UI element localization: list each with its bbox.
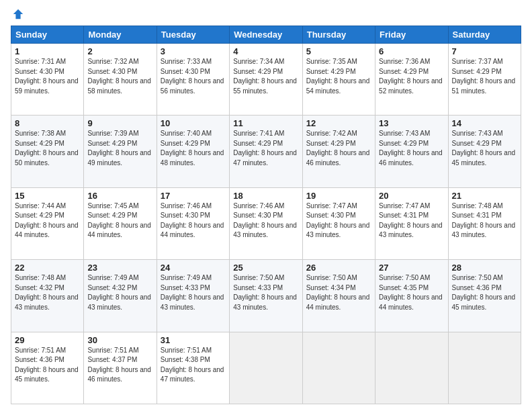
calendar-weekday-header: Friday <box>375 26 448 44</box>
calendar-cell: 18Sunrise: 7:46 AMSunset: 4:30 PMDayligh… <box>230 187 302 259</box>
day-number: 13 <box>379 118 444 128</box>
day-number: 26 <box>306 263 371 273</box>
calendar-week-row: 29Sunrise: 7:51 AMSunset: 4:36 PMDayligh… <box>11 332 521 404</box>
calendar-week-row: 15Sunrise: 7:44 AMSunset: 4:29 PMDayligh… <box>11 187 521 259</box>
calendar-cell <box>230 332 302 404</box>
calendar-cell: 1Sunrise: 7:31 AMSunset: 4:30 PMDaylight… <box>11 44 84 116</box>
day-number: 28 <box>452 263 517 273</box>
cell-sun-info: Sunrise: 7:42 AMSunset: 4:29 PMDaylight:… <box>306 130 370 167</box>
calendar-cell <box>448 332 521 404</box>
day-number: 6 <box>379 46 444 56</box>
cell-sun-info: Sunrise: 7:48 AMSunset: 4:32 PMDaylight:… <box>15 274 79 311</box>
cell-sun-info: Sunrise: 7:31 AMSunset: 4:30 PMDaylight:… <box>15 58 79 95</box>
cell-sun-info: Sunrise: 7:49 AMSunset: 4:32 PMDaylight:… <box>87 274 151 311</box>
calendar-cell: 9Sunrise: 7:39 AMSunset: 4:29 PMDaylight… <box>84 116 157 187</box>
cell-sun-info: Sunrise: 7:46 AMSunset: 4:30 PMDaylight:… <box>233 202 297 239</box>
logo-icon <box>12 8 24 20</box>
cell-sun-info: Sunrise: 7:47 AMSunset: 4:30 PMDaylight:… <box>306 202 370 239</box>
calendar-cell: 11Sunrise: 7:41 AMSunset: 4:29 PMDayligh… <box>230 116 302 187</box>
day-number: 18 <box>233 191 298 201</box>
cell-sun-info: Sunrise: 7:37 AMSunset: 4:29 PMDaylight:… <box>452 58 516 95</box>
calendar-cell: 21Sunrise: 7:48 AMSunset: 4:31 PMDayligh… <box>448 187 521 259</box>
cell-sun-info: Sunrise: 7:41 AMSunset: 4:29 PMDaylight:… <box>233 130 297 167</box>
cell-sun-info: Sunrise: 7:50 AMSunset: 4:34 PMDaylight:… <box>306 274 370 311</box>
cell-sun-info: Sunrise: 7:50 AMSunset: 4:35 PMDaylight:… <box>379 274 443 311</box>
page: SundayMondayTuesdayWednesdayThursdayFrid… <box>0 0 532 411</box>
calendar-cell: 31Sunrise: 7:51 AMSunset: 4:38 PMDayligh… <box>157 332 229 404</box>
day-number: 2 <box>87 46 152 56</box>
calendar-cell: 5Sunrise: 7:35 AMSunset: 4:29 PMDaylight… <box>302 44 375 116</box>
cell-sun-info: Sunrise: 7:51 AMSunset: 4:36 PMDaylight:… <box>15 347 79 383</box>
calendar-cell: 6Sunrise: 7:36 AMSunset: 4:29 PMDaylight… <box>375 44 448 116</box>
cell-sun-info: Sunrise: 7:35 AMSunset: 4:29 PMDaylight:… <box>306 58 370 95</box>
calendar-cell <box>302 332 375 404</box>
cell-sun-info: Sunrise: 7:43 AMSunset: 4:29 PMDaylight:… <box>379 130 443 167</box>
calendar-cell: 23Sunrise: 7:49 AMSunset: 4:32 PMDayligh… <box>84 260 157 332</box>
cell-sun-info: Sunrise: 7:38 AMSunset: 4:29 PMDaylight:… <box>15 130 79 167</box>
calendar-cell: 16Sunrise: 7:45 AMSunset: 4:29 PMDayligh… <box>84 187 157 259</box>
cell-sun-info: Sunrise: 7:44 AMSunset: 4:29 PMDaylight:… <box>15 202 79 239</box>
calendar-cell: 17Sunrise: 7:46 AMSunset: 4:30 PMDayligh… <box>157 187 229 259</box>
cell-sun-info: Sunrise: 7:49 AMSunset: 4:33 PMDaylight:… <box>161 274 224 311</box>
day-number: 23 <box>87 263 152 273</box>
calendar-weekday-header: Thursday <box>302 26 375 44</box>
day-number: 24 <box>161 263 226 273</box>
calendar-cell: 10Sunrise: 7:40 AMSunset: 4:29 PMDayligh… <box>157 116 229 187</box>
calendar-cell: 15Sunrise: 7:44 AMSunset: 4:29 PMDayligh… <box>11 187 84 259</box>
cell-sun-info: Sunrise: 7:39 AMSunset: 4:29 PMDaylight:… <box>87 130 151 167</box>
day-number: 30 <box>87 335 152 345</box>
calendar-cell: 7Sunrise: 7:37 AMSunset: 4:29 PMDaylight… <box>448 44 521 116</box>
calendar-weekday-header: Sunday <box>11 26 84 44</box>
day-number: 21 <box>452 191 517 201</box>
day-number: 8 <box>15 118 80 128</box>
calendar-cell: 13Sunrise: 7:43 AMSunset: 4:29 PMDayligh… <box>375 116 448 187</box>
day-number: 16 <box>87 191 152 201</box>
cell-sun-info: Sunrise: 7:51 AMSunset: 4:38 PMDaylight:… <box>161 347 224 383</box>
calendar-weekday-header: Saturday <box>448 26 521 44</box>
calendar-cell: 19Sunrise: 7:47 AMSunset: 4:30 PMDayligh… <box>302 187 375 259</box>
day-number: 7 <box>452 46 517 56</box>
cell-sun-info: Sunrise: 7:40 AMSunset: 4:29 PMDaylight:… <box>161 130 224 167</box>
cell-sun-info: Sunrise: 7:43 AMSunset: 4:29 PMDaylight:… <box>452 130 516 167</box>
header <box>11 8 521 20</box>
cell-sun-info: Sunrise: 7:48 AMSunset: 4:31 PMDaylight:… <box>452 202 516 239</box>
calendar-cell: 20Sunrise: 7:47 AMSunset: 4:31 PMDayligh… <box>375 187 448 259</box>
svg-marker-0 <box>13 9 23 19</box>
calendar-weekday-header: Tuesday <box>157 26 229 44</box>
day-number: 10 <box>161 118 226 128</box>
day-number: 22 <box>15 263 80 273</box>
cell-sun-info: Sunrise: 7:33 AMSunset: 4:30 PMDaylight:… <box>161 58 224 95</box>
day-number: 3 <box>161 46 226 56</box>
calendar-cell: 2Sunrise: 7:32 AMSunset: 4:30 PMDaylight… <box>84 44 157 116</box>
calendar-header-row: SundayMondayTuesdayWednesdayThursdayFrid… <box>11 26 521 44</box>
cell-sun-info: Sunrise: 7:34 AMSunset: 4:29 PMDaylight:… <box>233 58 297 95</box>
day-number: 1 <box>15 46 80 56</box>
calendar-table: SundayMondayTuesdayWednesdayThursdayFrid… <box>11 26 521 404</box>
calendar-week-row: 1Sunrise: 7:31 AMSunset: 4:30 PMDaylight… <box>11 44 521 116</box>
day-number: 11 <box>233 118 298 128</box>
day-number: 15 <box>15 191 80 201</box>
calendar-cell: 12Sunrise: 7:42 AMSunset: 4:29 PMDayligh… <box>302 116 375 187</box>
day-number: 27 <box>379 263 444 273</box>
day-number: 20 <box>379 191 444 201</box>
calendar-cell: 24Sunrise: 7:49 AMSunset: 4:33 PMDayligh… <box>157 260 229 332</box>
cell-sun-info: Sunrise: 7:46 AMSunset: 4:30 PMDaylight:… <box>161 202 224 239</box>
calendar-cell: 3Sunrise: 7:33 AMSunset: 4:30 PMDaylight… <box>157 44 229 116</box>
calendar-cell: 22Sunrise: 7:48 AMSunset: 4:32 PMDayligh… <box>11 260 84 332</box>
calendar-week-row: 22Sunrise: 7:48 AMSunset: 4:32 PMDayligh… <box>11 260 521 332</box>
cell-sun-info: Sunrise: 7:50 AMSunset: 4:33 PMDaylight:… <box>233 274 297 311</box>
calendar-cell: 4Sunrise: 7:34 AMSunset: 4:29 PMDaylight… <box>230 44 302 116</box>
calendar-week-row: 8Sunrise: 7:38 AMSunset: 4:29 PMDaylight… <box>11 116 521 187</box>
calendar-cell: 29Sunrise: 7:51 AMSunset: 4:36 PMDayligh… <box>11 332 84 404</box>
calendar-cell: 28Sunrise: 7:50 AMSunset: 4:36 PMDayligh… <box>448 260 521 332</box>
calendar-cell: 30Sunrise: 7:51 AMSunset: 4:37 PMDayligh… <box>84 332 157 404</box>
logo <box>11 8 24 20</box>
cell-sun-info: Sunrise: 7:45 AMSunset: 4:29 PMDaylight:… <box>87 202 151 239</box>
day-number: 4 <box>233 46 298 56</box>
calendar-cell: 27Sunrise: 7:50 AMSunset: 4:35 PMDayligh… <box>375 260 448 332</box>
cell-sun-info: Sunrise: 7:32 AMSunset: 4:30 PMDaylight:… <box>87 58 151 95</box>
day-number: 29 <box>15 335 80 345</box>
day-number: 5 <box>306 46 371 56</box>
calendar-cell: 14Sunrise: 7:43 AMSunset: 4:29 PMDayligh… <box>448 116 521 187</box>
calendar-weekday-header: Wednesday <box>230 26 302 44</box>
